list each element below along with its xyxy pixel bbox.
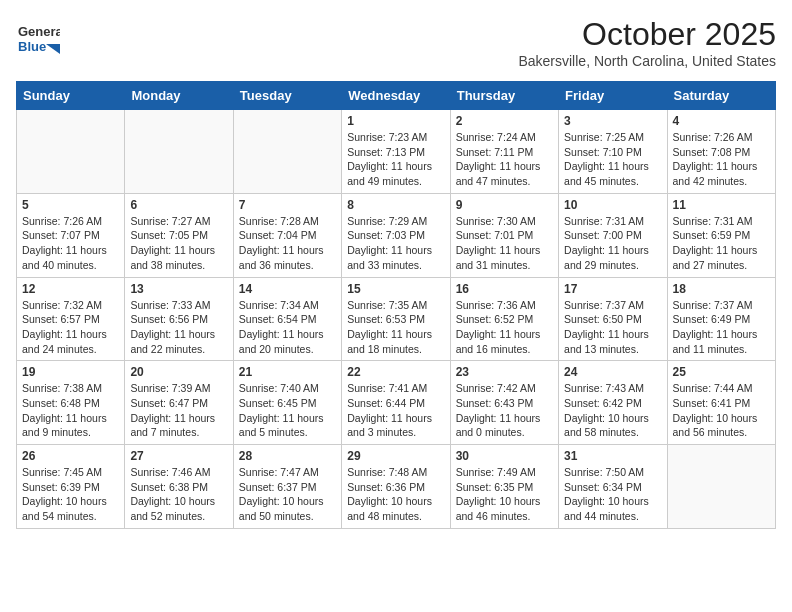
calendar-cell: 25Sunrise: 7:44 AM Sunset: 6:41 PM Dayli…: [667, 361, 775, 445]
calendar-cell: [233, 110, 341, 194]
day-info: Sunrise: 7:32 AM Sunset: 6:57 PM Dayligh…: [22, 298, 119, 357]
day-info: Sunrise: 7:44 AM Sunset: 6:41 PM Dayligh…: [673, 381, 770, 440]
logo-icon: General Blue: [16, 16, 60, 60]
calendar-cell: 8Sunrise: 7:29 AM Sunset: 7:03 PM Daylig…: [342, 193, 450, 277]
day-info: Sunrise: 7:26 AM Sunset: 7:08 PM Dayligh…: [673, 130, 770, 189]
calendar-cell: 4Sunrise: 7:26 AM Sunset: 7:08 PM Daylig…: [667, 110, 775, 194]
day-number: 26: [22, 449, 119, 463]
calendar-cell: 9Sunrise: 7:30 AM Sunset: 7:01 PM Daylig…: [450, 193, 558, 277]
calendar-cell: 13Sunrise: 7:33 AM Sunset: 6:56 PM Dayli…: [125, 277, 233, 361]
day-number: 20: [130, 365, 227, 379]
day-number: 25: [673, 365, 770, 379]
calendar-cell: 7Sunrise: 7:28 AM Sunset: 7:04 PM Daylig…: [233, 193, 341, 277]
day-info: Sunrise: 7:49 AM Sunset: 6:35 PM Dayligh…: [456, 465, 553, 524]
calendar-cell: [17, 110, 125, 194]
day-number: 19: [22, 365, 119, 379]
day-number: 3: [564, 114, 661, 128]
calendar-cell: 16Sunrise: 7:36 AM Sunset: 6:52 PM Dayli…: [450, 277, 558, 361]
calendar-cell: [667, 445, 775, 529]
day-number: 2: [456, 114, 553, 128]
day-info: Sunrise: 7:40 AM Sunset: 6:45 PM Dayligh…: [239, 381, 336, 440]
day-info: Sunrise: 7:36 AM Sunset: 6:52 PM Dayligh…: [456, 298, 553, 357]
day-number: 4: [673, 114, 770, 128]
day-number: 13: [130, 282, 227, 296]
calendar-cell: 23Sunrise: 7:42 AM Sunset: 6:43 PM Dayli…: [450, 361, 558, 445]
day-number: 15: [347, 282, 444, 296]
day-number: 8: [347, 198, 444, 212]
calendar-cell: 29Sunrise: 7:48 AM Sunset: 6:36 PM Dayli…: [342, 445, 450, 529]
calendar-cell: 27Sunrise: 7:46 AM Sunset: 6:38 PM Dayli…: [125, 445, 233, 529]
calendar-cell: 3Sunrise: 7:25 AM Sunset: 7:10 PM Daylig…: [559, 110, 667, 194]
calendar-week-row: 26Sunrise: 7:45 AM Sunset: 6:39 PM Dayli…: [17, 445, 776, 529]
calendar-cell: 10Sunrise: 7:31 AM Sunset: 7:00 PM Dayli…: [559, 193, 667, 277]
page-header: General Blue October 2025 Bakersville, N…: [16, 16, 776, 69]
calendar-week-row: 19Sunrise: 7:38 AM Sunset: 6:48 PM Dayli…: [17, 361, 776, 445]
day-info: Sunrise: 7:42 AM Sunset: 6:43 PM Dayligh…: [456, 381, 553, 440]
col-header-monday: Monday: [125, 82, 233, 110]
day-number: 10: [564, 198, 661, 212]
day-info: Sunrise: 7:34 AM Sunset: 6:54 PM Dayligh…: [239, 298, 336, 357]
calendar-cell: 24Sunrise: 7:43 AM Sunset: 6:42 PM Dayli…: [559, 361, 667, 445]
col-header-sunday: Sunday: [17, 82, 125, 110]
title-block: October 2025 Bakersville, North Carolina…: [518, 16, 776, 69]
day-number: 28: [239, 449, 336, 463]
logo: General Blue: [16, 16, 60, 60]
calendar-cell: 18Sunrise: 7:37 AM Sunset: 6:49 PM Dayli…: [667, 277, 775, 361]
svg-text:General: General: [18, 24, 60, 39]
day-number: 11: [673, 198, 770, 212]
calendar-cell: 5Sunrise: 7:26 AM Sunset: 7:07 PM Daylig…: [17, 193, 125, 277]
col-header-friday: Friday: [559, 82, 667, 110]
day-info: Sunrise: 7:31 AM Sunset: 7:00 PM Dayligh…: [564, 214, 661, 273]
calendar-table: SundayMondayTuesdayWednesdayThursdayFrid…: [16, 81, 776, 529]
day-number: 1: [347, 114, 444, 128]
day-info: Sunrise: 7:39 AM Sunset: 6:47 PM Dayligh…: [130, 381, 227, 440]
day-number: 12: [22, 282, 119, 296]
calendar-cell: [125, 110, 233, 194]
day-info: Sunrise: 7:26 AM Sunset: 7:07 PM Dayligh…: [22, 214, 119, 273]
day-info: Sunrise: 7:25 AM Sunset: 7:10 PM Dayligh…: [564, 130, 661, 189]
month-title: October 2025: [518, 16, 776, 53]
day-number: 16: [456, 282, 553, 296]
calendar-cell: 6Sunrise: 7:27 AM Sunset: 7:05 PM Daylig…: [125, 193, 233, 277]
day-info: Sunrise: 7:24 AM Sunset: 7:11 PM Dayligh…: [456, 130, 553, 189]
day-info: Sunrise: 7:33 AM Sunset: 6:56 PM Dayligh…: [130, 298, 227, 357]
calendar-cell: 22Sunrise: 7:41 AM Sunset: 6:44 PM Dayli…: [342, 361, 450, 445]
day-info: Sunrise: 7:47 AM Sunset: 6:37 PM Dayligh…: [239, 465, 336, 524]
svg-text:Blue: Blue: [18, 39, 46, 54]
day-info: Sunrise: 7:28 AM Sunset: 7:04 PM Dayligh…: [239, 214, 336, 273]
day-info: Sunrise: 7:43 AM Sunset: 6:42 PM Dayligh…: [564, 381, 661, 440]
calendar-cell: 21Sunrise: 7:40 AM Sunset: 6:45 PM Dayli…: [233, 361, 341, 445]
day-number: 6: [130, 198, 227, 212]
calendar-cell: 31Sunrise: 7:50 AM Sunset: 6:34 PM Dayli…: [559, 445, 667, 529]
calendar-cell: 2Sunrise: 7:24 AM Sunset: 7:11 PM Daylig…: [450, 110, 558, 194]
day-number: 27: [130, 449, 227, 463]
day-number: 9: [456, 198, 553, 212]
col-header-saturday: Saturday: [667, 82, 775, 110]
day-number: 7: [239, 198, 336, 212]
day-number: 29: [347, 449, 444, 463]
day-info: Sunrise: 7:41 AM Sunset: 6:44 PM Dayligh…: [347, 381, 444, 440]
calendar-cell: 19Sunrise: 7:38 AM Sunset: 6:48 PM Dayli…: [17, 361, 125, 445]
calendar-cell: 12Sunrise: 7:32 AM Sunset: 6:57 PM Dayli…: [17, 277, 125, 361]
calendar-week-row: 5Sunrise: 7:26 AM Sunset: 7:07 PM Daylig…: [17, 193, 776, 277]
day-number: 31: [564, 449, 661, 463]
day-info: Sunrise: 7:31 AM Sunset: 6:59 PM Dayligh…: [673, 214, 770, 273]
col-header-thursday: Thursday: [450, 82, 558, 110]
location: Bakersville, North Carolina, United Stat…: [518, 53, 776, 69]
calendar-cell: 1Sunrise: 7:23 AM Sunset: 7:13 PM Daylig…: [342, 110, 450, 194]
col-header-tuesday: Tuesday: [233, 82, 341, 110]
day-number: 24: [564, 365, 661, 379]
day-info: Sunrise: 7:35 AM Sunset: 6:53 PM Dayligh…: [347, 298, 444, 357]
day-number: 18: [673, 282, 770, 296]
col-header-wednesday: Wednesday: [342, 82, 450, 110]
day-info: Sunrise: 7:29 AM Sunset: 7:03 PM Dayligh…: [347, 214, 444, 273]
calendar-cell: 20Sunrise: 7:39 AM Sunset: 6:47 PM Dayli…: [125, 361, 233, 445]
calendar-cell: 28Sunrise: 7:47 AM Sunset: 6:37 PM Dayli…: [233, 445, 341, 529]
day-info: Sunrise: 7:37 AM Sunset: 6:49 PM Dayligh…: [673, 298, 770, 357]
calendar-cell: 17Sunrise: 7:37 AM Sunset: 6:50 PM Dayli…: [559, 277, 667, 361]
day-number: 5: [22, 198, 119, 212]
day-number: 17: [564, 282, 661, 296]
day-info: Sunrise: 7:46 AM Sunset: 6:38 PM Dayligh…: [130, 465, 227, 524]
calendar-cell: 14Sunrise: 7:34 AM Sunset: 6:54 PM Dayli…: [233, 277, 341, 361]
day-info: Sunrise: 7:37 AM Sunset: 6:50 PM Dayligh…: [564, 298, 661, 357]
